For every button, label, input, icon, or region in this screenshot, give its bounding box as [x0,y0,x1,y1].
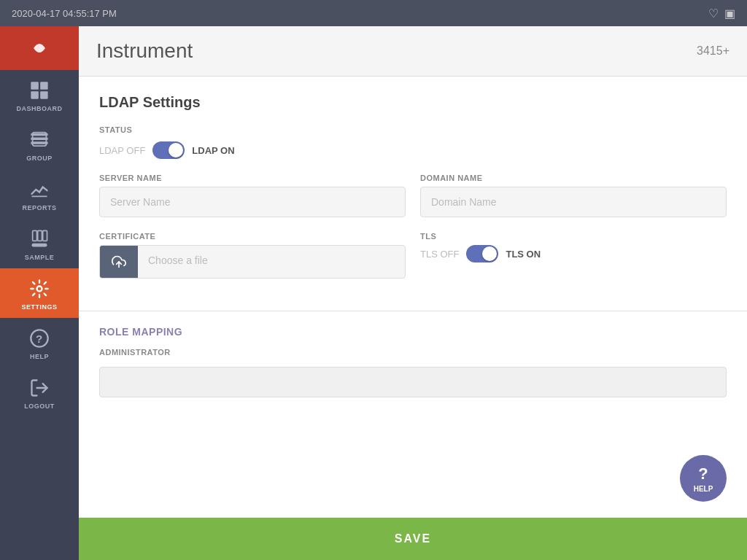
server-domain-row: SERVER NAME DOMAIN NAME [99,174,727,217]
dashboard-icon [29,80,50,101]
logout-icon [29,378,50,398]
monitor-icon: ▣ [724,7,735,20]
settings-icon [29,279,50,299]
tls-toggle-row: TLS OFF TLS ON [420,245,727,262]
tls-toggle[interactable] [466,245,498,262]
cert-tls-row: CERTIFICATE Choose a file [99,232,727,279]
help-icon: ? [29,328,50,349]
ldap-toggle-row: LDAP OFF LDAP ON [99,141,727,159]
sidebar-item-reports-label: REPORTS [22,204,56,211]
server-name-group: SERVER NAME [99,174,406,217]
sidebar-item-reports[interactable]: REPORTS [0,169,79,219]
domain-name-label: DOMAIN NAME [420,174,727,182]
ldap-section: LDAP Settings STATUS LDAP OFF LDAP ON SE… [79,77,747,311]
server-name-label: SERVER NAME [99,174,406,182]
sidebar-item-group[interactable]: GROUP [0,120,79,169]
sidebar-item-help[interactable]: ? HELP [0,318,79,368]
help-question-icon: ? [698,464,708,483]
sidebar-item-sample-label: SAMPLE [25,254,55,261]
tls-off-label: TLS OFF [420,249,459,260]
page-header: Instrument 3415+ [79,26,747,77]
svg-text:?: ? [36,332,43,345]
domain-name-group: DOMAIN NAME [420,174,727,217]
ldap-on-label: LDAP ON [192,145,234,156]
svg-rect-11 [43,230,47,241]
page-content: LDAP Settings STATUS LDAP OFF LDAP ON SE… [79,77,747,518]
help-button-label: HELP [694,485,713,493]
save-bar: SAVE [79,518,747,560]
ldap-toggle[interactable] [152,141,185,159]
svg-rect-10 [38,230,42,241]
help-button[interactable]: ? HELP [680,455,727,502]
tls-on-label: TLS ON [506,249,541,260]
group-icon [29,130,50,150]
file-upload: Choose a file [99,245,406,279]
svg-rect-9 [33,230,37,241]
svg-rect-7 [31,141,47,144]
sidebar-item-logout[interactable]: LOGOUT [0,368,79,417]
svg-rect-1 [31,82,39,90]
page-badge: 3415+ [697,44,729,58]
sidebar-item-settings[interactable]: SETTINGS [0,268,79,318]
sidebar: DASHBOARD GROUP REPORTS [0,26,79,560]
role-mapping-section: ROLE MAPPING ADMINISTRATOR [79,311,747,412]
reports-icon [29,179,50,200]
sidebar-item-group-label: GROUP [26,155,53,162]
ldap-status-section: STATUS LDAP OFF LDAP ON [99,125,727,159]
logo-icon [25,34,54,63]
save-button[interactable]: SAVE [93,532,732,545]
administrator-input[interactable] [99,367,727,397]
svg-rect-2 [40,82,47,90]
heart-icon: ♡ [708,7,719,20]
svg-point-13 [37,287,42,292]
sidebar-item-dashboard[interactable]: DASHBOARD [0,70,79,120]
page-title: Instrument [96,39,193,63]
svg-rect-12 [32,244,47,247]
domain-name-input[interactable] [420,187,727,217]
file-upload-button[interactable] [100,246,138,278]
file-placeholder-text: Choose a file [138,246,405,278]
ldap-section-title: LDAP Settings [99,94,727,111]
svg-rect-5 [31,133,47,136]
sidebar-item-help-label: HELP [30,353,49,360]
sidebar-item-settings-label: SETTINGS [21,303,57,311]
certificate-label: CERTIFICATE [99,232,406,241]
top-bar-icons: ♡ ▣ [708,7,735,20]
ldap-off-label: LDAP OFF [99,145,145,156]
sidebar-item-dashboard-label: DASHBOARD [17,105,63,112]
sidebar-item-sample[interactable]: SAMPLE [0,219,79,268]
server-name-input[interactable] [99,187,406,217]
certificate-group: CERTIFICATE Choose a file [99,232,406,279]
sidebar-logo [0,26,79,70]
sample-icon [29,229,50,249]
upload-icon [112,253,126,271]
svg-rect-6 [31,138,47,141]
svg-rect-3 [31,91,39,99]
sidebar-item-logout-label: LOGOUT [24,402,55,410]
svg-rect-4 [40,91,47,99]
role-mapping-title: ROLE MAPPING [99,326,727,338]
tls-label: TLS [420,232,727,241]
tls-group: TLS TLS OFF TLS ON [420,232,727,279]
top-bar: 2020-04-17 04:55:17 PM ♡ ▣ [0,0,747,26]
administrator-label: ADMINISTRATOR [99,348,727,357]
datetime: 2020-04-17 04:55:17 PM [12,8,117,19]
status-label: STATUS [99,125,727,134]
